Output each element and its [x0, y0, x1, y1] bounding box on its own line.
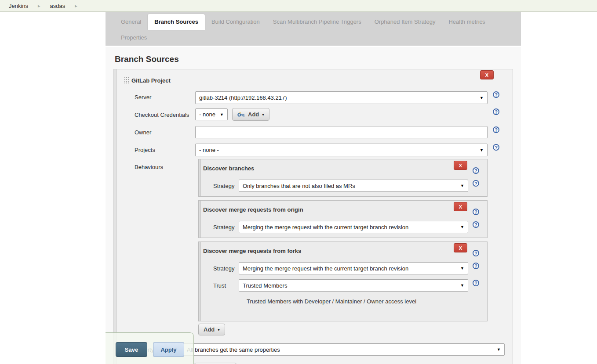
- drag-handle[interactable]: [199, 242, 201, 321]
- behaviour-discover-branches: Discover branches X ? Strategy Only bran…: [198, 159, 488, 197]
- behaviours-label: Behaviours: [135, 164, 163, 170]
- checkout-credentials-help-icon[interactable]: ?: [493, 108, 499, 115]
- strategy-help-icon[interactable]: ?: [473, 263, 479, 269]
- chevron-right-icon: ▸: [75, 3, 77, 9]
- dropdown-arrow-icon: ▼: [460, 266, 464, 270]
- projects-help-icon[interactable]: ?: [493, 144, 499, 151]
- owner-input[interactable]: [195, 126, 488, 138]
- owner-help-icon[interactable]: ?: [493, 126, 499, 133]
- tab-build-configuration[interactable]: Build Configuration: [205, 14, 266, 30]
- strategy-select[interactable]: Only branches that are not also filed as…: [239, 180, 468, 192]
- behaviour-help-icon[interactable]: ?: [473, 250, 479, 256]
- delete-branch-source-button[interactable]: X: [480, 70, 494, 79]
- branch-source-type-label: GitLab Project: [131, 77, 171, 84]
- drag-handle[interactable]: [199, 159, 201, 196]
- delete-behaviour-button[interactable]: X: [454, 243, 467, 252]
- tab-scan-multibranch-pipeline-triggers[interactable]: Scan Multibranch Pipeline Triggers: [266, 14, 368, 30]
- server-select[interactable]: gitlab-3214 (http://192.168.43.217) ▼: [195, 91, 488, 104]
- add-credentials-button[interactable]: Add ▾: [232, 108, 269, 121]
- drag-grip-icon[interactable]: [124, 77, 130, 84]
- delete-behaviour-button[interactable]: X: [454, 202, 467, 211]
- jenkins-config-page: Jenkins ▸ asdas ▸ General Branch Sources…: [0, 0, 597, 364]
- tab-general[interactable]: General: [114, 14, 148, 30]
- owner-label: Owner: [135, 129, 151, 136]
- strategy-select[interactable]: Merging the merge request with the curre…: [239, 262, 468, 274]
- dropdown-arrow-icon: ▼: [497, 347, 501, 352]
- strategy-help-icon[interactable]: ?: [473, 221, 479, 228]
- projects-select[interactable]: - none - ▼: [195, 144, 488, 156]
- trust-help-icon[interactable]: ?: [473, 280, 479, 286]
- dropdown-arrow-icon: ▼: [460, 225, 464, 229]
- property-strategy-select[interactable]: All branches get the same properties ▼: [183, 343, 505, 356]
- caret-down-icon: ▾: [218, 328, 220, 332]
- drag-handle[interactable]: [114, 69, 117, 364]
- chevron-right-icon: ▸: [38, 3, 40, 9]
- caret-down-icon: ▾: [262, 112, 264, 117]
- behaviour-title: Discover branches: [203, 165, 254, 172]
- branch-source-panel: GitLab Project X Server gitlab-3214 (htt…: [113, 69, 513, 364]
- projects-label: Projects: [135, 147, 155, 153]
- strategy-help-icon[interactable]: ?: [473, 180, 479, 187]
- server-label: Server: [135, 94, 151, 101]
- tab-orphaned-item-strategy[interactable]: Orphaned Item Strategy: [368, 14, 442, 30]
- dropdown-arrow-icon: ▼: [220, 112, 224, 117]
- config-content: General Branch Sources Build Configurati…: [106, 12, 521, 364]
- breadcrumb-item-jenkins[interactable]: Jenkins: [9, 3, 28, 9]
- trust-label: Trust: [213, 282, 226, 289]
- dropdown-arrow-icon: ▼: [460, 184, 464, 188]
- behaviour-discover-mr-forks: Discover merge requests from forks X ? S…: [198, 241, 488, 321]
- trust-description: Trusted Members with Developer / Maintai…: [247, 298, 416, 305]
- behaviour-discover-mr-origin: Discover merge requests from origin X ? …: [198, 200, 488, 238]
- behaviour-title: Discover merge requests from forks: [203, 248, 301, 254]
- delete-behaviour-button[interactable]: X: [454, 161, 467, 170]
- bottom-save-bar: Save Apply: [106, 332, 194, 364]
- strategy-label: Strategy: [213, 183, 234, 189]
- tab-branch-sources[interactable]: Branch Sources: [148, 14, 205, 30]
- breadcrumb-item-asdas[interactable]: asdas: [50, 3, 66, 9]
- tab-health-metrics[interactable]: Health metrics: [442, 14, 491, 30]
- strategy-label: Strategy: [213, 224, 234, 231]
- server-help-icon[interactable]: ?: [493, 91, 499, 98]
- dropdown-arrow-icon: ▼: [460, 283, 464, 288]
- apply-button[interactable]: Apply: [153, 342, 184, 357]
- breadcrumb: Jenkins ▸ asdas ▸: [0, 0, 597, 12]
- config-tabbar: General Branch Sources Build Configurati…: [106, 12, 521, 47]
- strategy-label: Strategy: [213, 265, 234, 272]
- trust-select[interactable]: Trusted Members ▼: [239, 279, 468, 292]
- dropdown-arrow-icon: ▼: [480, 96, 484, 100]
- tab-properties[interactable]: Properties: [114, 30, 153, 46]
- checkout-credentials-label: Checkout Credentials: [135, 112, 189, 118]
- dropdown-arrow-icon: ▼: [480, 148, 484, 152]
- behaviour-title: Discover merge requests from origin: [203, 206, 303, 213]
- checkout-credentials-select[interactable]: - none - ▼: [195, 108, 228, 120]
- page-title: Branch Sources: [115, 54, 521, 64]
- strategy-select[interactable]: Merging the merge request with the curre…: [239, 221, 468, 233]
- add-behaviour-button[interactable]: Add ▾: [198, 324, 225, 335]
- save-button[interactable]: Save: [116, 342, 147, 357]
- behaviour-help-icon[interactable]: ?: [473, 209, 479, 215]
- behaviour-help-icon[interactable]: ?: [473, 167, 479, 174]
- drag-handle[interactable]: [199, 201, 201, 238]
- key-icon: [237, 112, 245, 117]
